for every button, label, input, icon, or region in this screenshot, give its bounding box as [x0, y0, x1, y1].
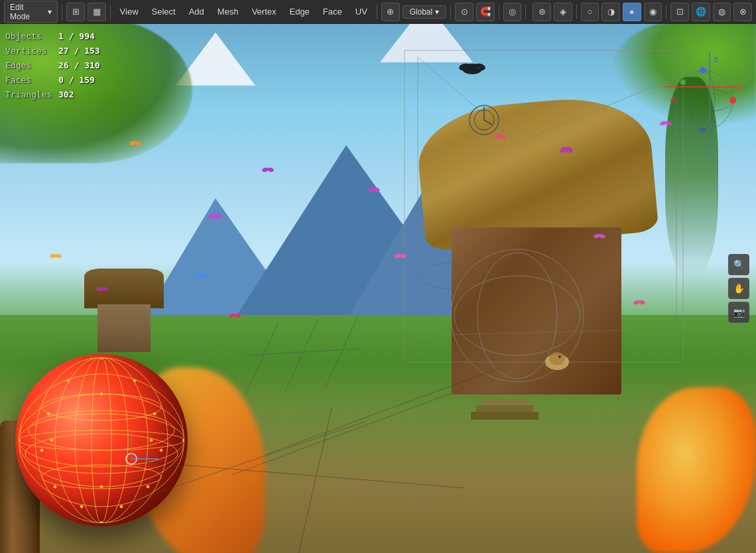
stats-overlay: Objects 1 / 994 Vertices 27 / 153 Edges … — [5, 29, 100, 102]
editor-type-btn[interactable]: ⊡ — [670, 3, 689, 21]
objects-label: Objects — [5, 29, 53, 44]
svg-point-20 — [153, 412, 156, 415]
edges-label: Edges — [5, 58, 53, 73]
xray-btn[interactable]: ◈ — [554, 3, 572, 21]
viewport-nav-sidebar: 🔍 ✋ 📷 — [728, 254, 749, 323]
transform-icon-btn[interactable]: ⊕ — [381, 3, 400, 21]
svg-point-28 — [100, 485, 103, 488]
svg-point-26 — [120, 505, 123, 508]
svg-point-13 — [99, 356, 103, 359]
layout-btn-1[interactable]: ⊞ — [66, 3, 85, 21]
svg-point-24 — [147, 485, 149, 488]
extra-btn[interactable]: ⊗ — [733, 3, 752, 21]
separator-5 — [499, 5, 499, 19]
separator-8 — [666, 5, 666, 19]
transform-orientation-dropdown[interactable]: Global ▾ — [403, 5, 447, 19]
small-structure-roof — [84, 269, 164, 308]
overlay-dropdown-btn[interactable]: ⊛ — [533, 3, 551, 21]
wireframe-shading-btn[interactable]: ○ — [581, 3, 599, 21]
menu-edge[interactable]: Edge — [284, 5, 314, 18]
svg-point-22 — [160, 449, 162, 452]
svg-point-7 — [42, 394, 161, 420]
vertices-value: 27 / 153 — [58, 44, 100, 58]
mode-label: Edit Mode — [10, 3, 45, 21]
svg-point-14 — [99, 522, 103, 525]
menu-face[interactable]: Face — [318, 5, 347, 18]
separator-1 — [62, 5, 62, 19]
svg-point-2 — [19, 414, 184, 467]
triangles-value: 302 — [58, 88, 74, 102]
world-btn[interactable]: 🌐 — [692, 3, 710, 21]
global-label: Global — [410, 7, 433, 17]
objects-stat-row: Objects 1 / 994 — [5, 29, 100, 44]
svg-point-17 — [67, 379, 70, 382]
svg-point-0 — [19, 357, 184, 523]
svg-point-3 — [19, 394, 184, 487]
pan-btn[interactable]: ✋ — [728, 278, 749, 299]
menu-uv[interactable]: UV — [350, 5, 373, 18]
edges-value: 26 / 310 — [58, 58, 100, 73]
faces-label: Faces — [5, 73, 53, 88]
menu-mesh[interactable]: Mesh — [212, 5, 244, 18]
menu-select[interactable]: Select — [147, 5, 181, 18]
svg-point-30 — [150, 439, 153, 442]
triangles-label: Triangles — [5, 88, 53, 102]
svg-point-1 — [19, 430, 184, 450]
faces-stat-row: Faces 0 / 159 — [5, 73, 100, 88]
svg-point-16 — [182, 439, 186, 442]
camera-view-btn[interactable]: 📷 — [728, 302, 749, 323]
apple-wireframe-svg — [15, 354, 188, 526]
cottage — [430, 116, 643, 395]
vertices-label: Vertices — [5, 44, 53, 58]
3d-viewport[interactable]: Z X Y — [0, 24, 756, 553]
svg-point-18 — [133, 379, 136, 382]
apple-wireframe-object — [15, 328, 214, 526]
svg-point-25 — [80, 505, 83, 508]
svg-point-27 — [100, 393, 103, 395]
separator-3 — [377, 5, 377, 19]
global-arrow: ▾ — [435, 7, 439, 17]
faces-value: 0 / 159 — [58, 73, 95, 88]
menu-add[interactable]: Add — [184, 5, 210, 18]
triangles-stat-row: Triangles 302 — [5, 88, 100, 102]
toolbar: Edit Mode ▾ ⊞ ▦ View Select Add Mesh Ver… — [0, 0, 756, 24]
menu-view[interactable]: View — [115, 5, 144, 18]
svg-point-19 — [47, 412, 50, 415]
edit-mode-dropdown[interactable]: Edit Mode ▾ — [4, 1, 58, 23]
rendered-shading-btn[interactable]: ◉ — [644, 3, 662, 21]
snap-icon-btn[interactable]: 🧲 — [476, 3, 495, 21]
vine-right — [665, 77, 718, 276]
proportional-editing-btn[interactable]: ◎ — [503, 3, 522, 21]
zoom-in-btn[interactable]: 🔍 — [728, 254, 749, 275]
vertices-stat-row: Vertices 27 / 153 — [5, 44, 100, 58]
material-shading-btn[interactable]: ● — [623, 3, 641, 21]
edges-stat-row: Edges 26 / 310 — [5, 58, 100, 73]
svg-point-6 — [25, 434, 178, 473]
material-btn[interactable]: ◍ — [713, 3, 731, 21]
solid-shading-btn[interactable]: ◑ — [601, 3, 620, 21]
svg-point-9 — [92, 357, 111, 523]
mode-dropdown-arrow: ▾ — [48, 7, 52, 17]
svg-point-10 — [75, 357, 128, 523]
separator-4 — [450, 5, 451, 19]
pivot-icon-btn[interactable]: ⊙ — [455, 3, 473, 21]
svg-point-23 — [54, 485, 56, 488]
menu-vertex[interactable]: Vertex — [247, 5, 282, 18]
separator-6 — [525, 5, 526, 19]
cottage-body — [452, 227, 621, 395]
separator-2 — [110, 5, 111, 19]
svg-point-15 — [17, 439, 20, 442]
svg-point-21 — [40, 449, 43, 452]
objects-value: 1 / 994 — [58, 29, 95, 44]
svg-point-29 — [50, 439, 53, 442]
separator-7 — [576, 5, 577, 19]
layout-btn-2[interactable]: ▦ — [88, 3, 106, 21]
svg-point-11 — [55, 357, 148, 523]
